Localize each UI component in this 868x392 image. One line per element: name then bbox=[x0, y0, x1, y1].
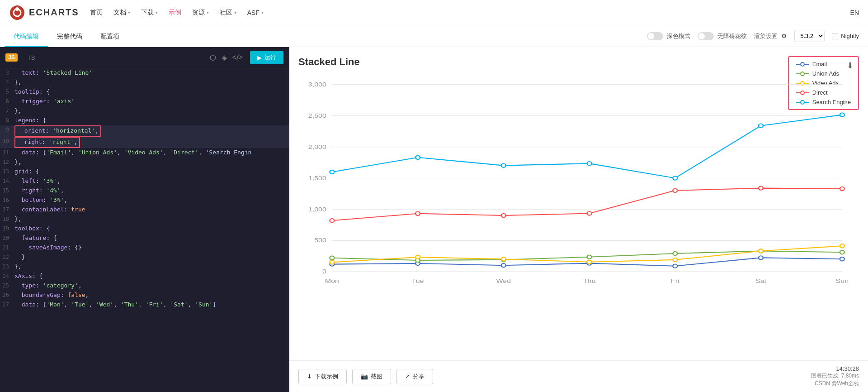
svg-text:3,000: 3,000 bbox=[308, 81, 326, 88]
nav-item-community[interactable]: 社区 ▾ bbox=[220, 9, 236, 17]
line-number: 11 bbox=[0, 148, 14, 157]
svg-text:500: 500 bbox=[314, 237, 326, 244]
line-content: right: 'right', bbox=[14, 137, 80, 148]
line-number: 27 bbox=[0, 300, 14, 309]
svg-point-51 bbox=[587, 260, 592, 264]
line-content: trigger: 'axis' bbox=[14, 97, 75, 106]
line-content: tooltip: { bbox=[14, 87, 50, 97]
logo[interactable]: ECHARTS bbox=[9, 5, 79, 21]
line-number: 15 bbox=[0, 186, 14, 195]
top-nav: ECHARTS 首页 文档 ▾ 下载 ▾ 示例 资源 ▾ 社区 ▾ ASF ▾ … bbox=[0, 0, 868, 25]
svg-point-2 bbox=[15, 7, 19, 11]
screenshot-button[interactable]: 📷 截图 bbox=[352, 369, 391, 384]
barrier-free-knob bbox=[698, 33, 705, 39]
svg-point-47 bbox=[840, 250, 844, 254]
code-line: 17 containLabel: true bbox=[0, 205, 289, 215]
tab-config[interactable]: 配置项 bbox=[91, 25, 128, 47]
nightly-checkbox[interactable] bbox=[832, 33, 838, 39]
line-number: 21 bbox=[0, 243, 14, 252]
chart-title: Stacked Line bbox=[298, 56, 859, 68]
code-line: 16 bottom: '3%', bbox=[0, 196, 289, 205]
svg-point-62 bbox=[330, 170, 334, 174]
svg-point-65 bbox=[587, 162, 592, 165]
asf-arrow: ▾ bbox=[261, 10, 264, 15]
run-button[interactable]: ▶ 运行 bbox=[250, 51, 283, 64]
code-line: 24xAxis: { bbox=[0, 272, 289, 281]
svg-point-64 bbox=[501, 163, 506, 167]
svg-text:1,000: 1,000 bbox=[308, 206, 326, 213]
svg-point-66 bbox=[673, 176, 677, 180]
svg-text:Sat: Sat bbox=[755, 277, 767, 284]
tab-js[interactable]: JS bbox=[5, 53, 18, 62]
3d-cube-icon[interactable]: ⬡ bbox=[210, 53, 216, 62]
code-line: 21 saveAsImage: {} bbox=[0, 243, 289, 253]
svg-point-55 bbox=[330, 219, 334, 222]
line-number: 12 bbox=[0, 158, 14, 167]
nav-item-resources[interactable]: 资源 ▾ bbox=[192, 9, 209, 17]
nav-item-docs[interactable]: 文档 ▾ bbox=[113, 9, 130, 17]
line-content: bottom: '3%', bbox=[14, 196, 67, 205]
legend-line-email bbox=[796, 62, 809, 67]
svg-point-58 bbox=[587, 211, 592, 215]
line-content: }, bbox=[14, 262, 22, 272]
nav-item-download[interactable]: 下载 ▾ bbox=[141, 9, 158, 17]
code-line: 25 type: 'category', bbox=[0, 281, 289, 291]
svg-point-68 bbox=[840, 113, 844, 116]
svg-point-50 bbox=[501, 257, 506, 261]
nav-item-examples[interactable]: 示例 bbox=[169, 9, 181, 17]
bottom-status: 14:30:28 图表已生成, 7.80ms CSDN @Web全栈 bbox=[811, 365, 859, 387]
line-number: 18 bbox=[0, 215, 14, 224]
version-select[interactable]: 5.3.2 bbox=[794, 30, 825, 42]
line-number: 26 bbox=[0, 291, 14, 300]
svg-point-60 bbox=[759, 186, 763, 190]
code-body[interactable]: 3 text: 'Stacked Line'4},5tooltip: {6 tr… bbox=[0, 68, 289, 392]
dark-mode-toggle[interactable] bbox=[647, 32, 663, 40]
svg-point-63 bbox=[415, 156, 420, 159]
render-gear-icon[interactable]: ⚙ bbox=[781, 33, 787, 40]
nav-item-asf[interactable]: ASF ▾ bbox=[247, 9, 264, 16]
line-content: xAxis: { bbox=[14, 272, 43, 281]
line-content: data: ['Mon', 'Tue', 'Wed', 'Thu', 'Fri'… bbox=[14, 300, 216, 310]
code-brackets-icon[interactable]: </> bbox=[232, 53, 243, 62]
chart-bottom-bar: ⬇ 下载示例 📷 截图 ↗ 分享 14:30:28 图表已生成, 7.80ms … bbox=[289, 360, 868, 392]
svg-point-36 bbox=[501, 263, 506, 267]
code-line: 27 data: ['Mon', 'Tue', 'Wed', 'Thu', 'F… bbox=[0, 300, 289, 310]
line-number: 10 bbox=[0, 137, 14, 146]
line-number: 13 bbox=[0, 167, 14, 176]
line-content: grid: { bbox=[14, 167, 39, 177]
logo-text: ECHARTS bbox=[29, 7, 79, 18]
download-arrow: ▾ bbox=[156, 10, 158, 15]
svg-text:Mon: Mon bbox=[325, 277, 339, 284]
tab-ts[interactable]: TS bbox=[25, 53, 38, 62]
code-line: 26 boundaryGap: false, bbox=[0, 291, 289, 300]
code-line: 23}, bbox=[0, 262, 289, 272]
download-example-button[interactable]: ⬇ 下载示例 bbox=[298, 369, 347, 384]
code-line: 3 text: 'Stacked Line' bbox=[0, 68, 289, 78]
line-content: }, bbox=[14, 106, 22, 116]
community-arrow: ▾ bbox=[234, 10, 236, 15]
line-content: boundaryGap: false, bbox=[14, 291, 89, 300]
svg-point-38 bbox=[673, 264, 677, 268]
chart-container: Stacked Line ⬇ Email Union Ads bbox=[289, 47, 868, 360]
legend-download-icon[interactable]: ⬇ bbox=[847, 61, 854, 71]
barrier-free-toggle[interactable] bbox=[698, 32, 714, 40]
svg-text:2,500: 2,500 bbox=[308, 112, 326, 119]
line-content: left: '3%', bbox=[14, 177, 61, 186]
code-line: 8legend: { bbox=[0, 116, 289, 125]
line-content: type: 'category', bbox=[14, 281, 82, 291]
line-number: 8 bbox=[0, 116, 14, 125]
tab-full-code[interactable]: 完整代码 bbox=[48, 25, 91, 47]
svg-point-41 bbox=[330, 256, 334, 260]
tab-code-editor[interactable]: 代码编辑 bbox=[5, 25, 48, 47]
en-button[interactable]: EN bbox=[850, 9, 859, 16]
svg-point-67 bbox=[759, 124, 763, 127]
svg-text:Tue: Tue bbox=[412, 277, 424, 284]
line-number: 3 bbox=[0, 68, 14, 77]
nav-item-home[interactable]: 首页 bbox=[90, 9, 103, 17]
box-icon[interactable]: ◈ bbox=[222, 53, 227, 62]
svg-point-52 bbox=[673, 258, 677, 262]
share-button[interactable]: ↗ 分享 bbox=[396, 369, 433, 384]
svg-point-56 bbox=[415, 212, 420, 215]
code-line: 7}, bbox=[0, 106, 289, 116]
svg-point-40 bbox=[840, 257, 844, 261]
